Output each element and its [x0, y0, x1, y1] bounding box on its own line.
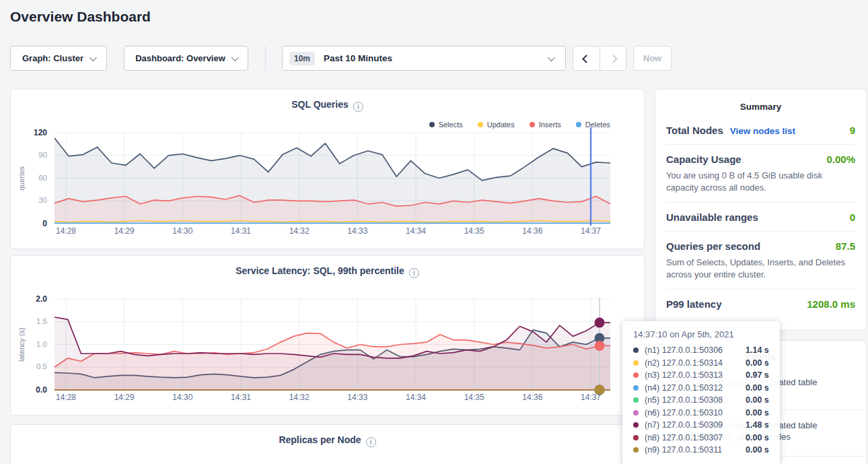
tooltip-node-value: 0.97 s — [746, 370, 769, 380]
time-range-dropdown[interactable]: 10m Past 10 Minutes — [282, 46, 566, 71]
tooltip-row: (n4) 127.0.0.1:503120.00 s — [633, 382, 770, 395]
time-forward-button[interactable] — [600, 46, 626, 71]
replicas-chart-title-text: Replicas per Node — [279, 434, 361, 445]
summary-rows: Total Nodes View nodes list 9 Capacity U… — [655, 112, 866, 318]
tooltip-node-name: (n9) 127.0.0.1:50311 — [645, 445, 746, 455]
y-tick-label: 0.5 — [36, 362, 47, 370]
x-tick-label: 14:28 — [56, 393, 76, 402]
time-back-button[interactable] — [573, 46, 600, 71]
y-tick-label: 0.0 — [36, 385, 47, 395]
x-tick-label: 14:31 — [231, 226, 251, 236]
summary-label: P99 latency — [666, 298, 722, 310]
tooltip-timestamp: 14:37:10 on Apr 5th, 2021 — [633, 329, 770, 339]
tooltip-row: (n5) 127.0.0.1:503080.00 s — [633, 394, 770, 407]
y-tick-label: 120 — [34, 128, 47, 137]
toolbar-divider — [265, 46, 266, 71]
tooltip-node-value: 0.00 s — [746, 408, 769, 418]
sql-queries-plot[interactable] — [55, 131, 610, 229]
service-latency-chart-card: Service Latency: SQL, 99th percentilei l… — [10, 255, 645, 416]
sql-chart-legend: SelectsUpdatesInsertsDeletes — [429, 121, 610, 129]
info-icon[interactable]: i — [366, 437, 376, 447]
tooltip-row: (n3) 127.0.0.1:503130.97 s — [633, 369, 770, 382]
time-range-label: Past 10 Minutes — [324, 53, 392, 63]
dashboard-dropdown-label: Dashboard: Overview — [135, 53, 225, 63]
summary-row-queries-per-second: Queries per second 87.5 Sum of Selects, … — [666, 232, 855, 290]
legend-item-inserts[interactable]: Inserts — [530, 121, 561, 129]
summary-value: 0 — [850, 211, 855, 223]
summary-subtext: Sum of Selects, Updates, Inserts, and De… — [666, 257, 855, 281]
now-button[interactable]: Now — [633, 46, 672, 71]
legend-dot-icon — [429, 122, 435, 127]
tooltip-node-value: 0.00 s — [746, 358, 769, 368]
latency-chart-title: Service Latency: SQL, 99th percentilei — [11, 265, 644, 278]
time-range-badge: 10m — [289, 52, 315, 65]
tooltip-node-name: (n4) 127.0.0.1:50312 — [645, 383, 746, 393]
latency-chart-title-text: Service Latency: SQL, 99th percentile — [236, 265, 404, 276]
y-tick-label: 0 — [42, 219, 47, 228]
x-tick-label: 14:36 — [522, 226, 542, 236]
summary-row-p99-latency: P99 latency 1208.0 ms — [666, 290, 855, 318]
tooltip-node-name: (n6) 127.0.0.1:50310 — [645, 408, 746, 418]
tooltip-node-value: 0.00 s — [746, 433, 769, 442]
series-dot-icon — [633, 385, 639, 391]
legend-dot-icon — [576, 122, 581, 127]
x-tick-label: 14:30 — [172, 226, 192, 236]
summary-row-total-nodes: Total Nodes View nodes list 9 — [666, 116, 855, 145]
view-nodes-list-link[interactable]: View nodes list — [730, 126, 795, 136]
tooltip-node-value: 1.14 s — [746, 345, 769, 355]
sql-queries-chart-card: SQL Queriesi SelectsUpdatesInsertsDelete… — [10, 89, 645, 249]
summary-title: Summary — [655, 90, 866, 112]
summary-label: Queries per second — [666, 240, 760, 252]
summary-value: 1208.0 ms — [807, 298, 855, 310]
tooltip-row: (n6) 127.0.0.1:503100.00 s — [633, 407, 770, 420]
summary-label: Unavailable ranges — [666, 211, 758, 223]
y-tick-label: 60 — [38, 174, 47, 182]
chevron-left-icon — [582, 55, 591, 63]
x-tick-label: 14:35 — [464, 393, 484, 402]
latency-x-tick-labels: 14:2814:2914:3014:3114:3214:3314:3414:35… — [55, 393, 610, 403]
latency-y-tick-labels: 0.00.51.01.52.0 — [26, 298, 51, 395]
series-dot-icon — [633, 347, 639, 353]
tooltip-node-name: (n3) 127.0.0.1:50313 — [645, 370, 746, 380]
dashboard-dropdown[interactable]: Dashboard: Overview — [124, 46, 248, 71]
chart-hover-tooltip: 14:37:10 on Apr 5th, 2021 (n1) 127.0.0.1… — [622, 321, 780, 464]
tooltip-node-name: (n8) 127.0.0.1:50307 — [645, 433, 746, 442]
x-tick-label: 14:34 — [406, 393, 426, 402]
replicas-per-node-chart-card: Replicas per Nodei — [10, 424, 645, 464]
legend-item-selects[interactable]: Selects — [429, 121, 463, 129]
x-tick-label: 14:37 — [581, 393, 601, 402]
info-icon[interactable]: i — [409, 268, 419, 278]
tooltip-row: (n2) 127.0.0.1:503140.00 s — [633, 357, 770, 370]
x-tick-label: 14:36 — [522, 393, 542, 402]
tooltip-row: (n9) 127.0.0.1:503110.00 s — [633, 444, 770, 457]
sql-x-tick-labels: 14:2814:2914:3014:3114:3214:3314:3414:35… — [55, 226, 610, 237]
x-tick-label: 14:35 — [464, 226, 484, 236]
sql-chart-title: SQL Queriesi — [11, 99, 644, 112]
summary-row-capacity-usage: Capacity Usage 0.00% You are using 0 B o… — [666, 145, 855, 203]
legend-label: Selects — [439, 121, 463, 129]
tooltip-row: (n7) 127.0.0.1:503091.48 s — [633, 419, 770, 432]
summary-value: 0.00% — [826, 154, 855, 165]
series-dot-icon — [633, 435, 639, 440]
x-tick-label: 14:30 — [172, 393, 192, 402]
tooltip-rows: (n1) 127.0.0.1:503061.14 s(n2) 127.0.0.1… — [633, 344, 770, 457]
series-dot-icon — [633, 397, 639, 403]
legend-item-updates[interactable]: Updates — [478, 121, 515, 129]
chevron-down-icon — [231, 53, 239, 61]
x-tick-label: 14:33 — [347, 393, 367, 402]
x-tick-label: 14:31 — [231, 393, 251, 402]
y-tick-label: 1.5 — [36, 317, 47, 325]
tooltip-row: (n1) 127.0.0.1:503061.14 s — [633, 344, 770, 357]
y-tick-label: 2.0 — [36, 294, 47, 304]
info-icon[interactable]: i — [353, 102, 363, 112]
graph-dropdown[interactable]: Graph: Cluster — [10, 46, 107, 71]
tooltip-node-value: 0.00 s — [746, 395, 769, 405]
service-latency-plot[interactable] — [55, 298, 610, 395]
legend-label: Updates — [487, 121, 515, 129]
summary-value: 87.5 — [836, 240, 855, 252]
legend-item-deletes[interactable]: Deletes — [576, 121, 610, 129]
summary-value: 9 — [850, 125, 855, 136]
tooltip-node-name: (n1) 127.0.0.1:50306 — [645, 345, 746, 355]
x-tick-label: 14:29 — [114, 226, 135, 236]
summary-label: Capacity Usage — [666, 154, 742, 165]
